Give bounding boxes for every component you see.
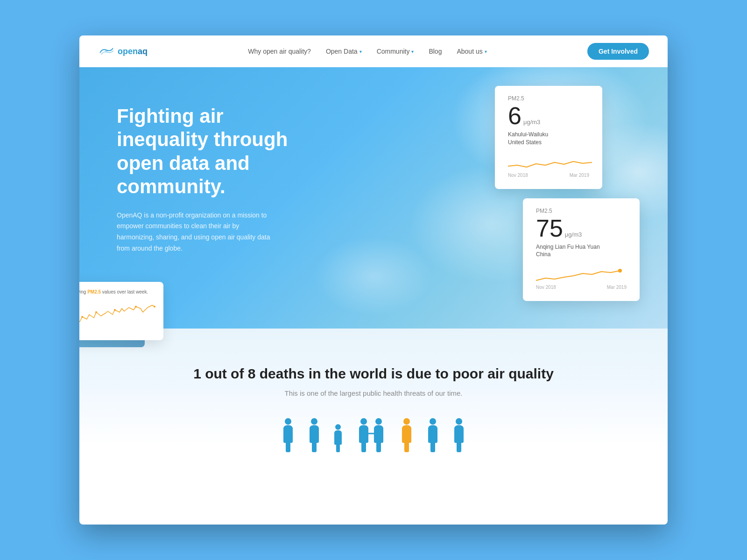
hero-title: Fighting air inequality through open dat…	[117, 105, 303, 199]
mini-chart-card: Showing PM2.5 values over last week.	[79, 282, 163, 340]
nav-link-blog[interactable]: Blog	[429, 48, 442, 55]
svg-point-0	[105, 49, 107, 52]
stat-title: 1 out of 8 deaths in the world is due to…	[98, 366, 649, 382]
svg-point-15	[456, 418, 462, 425]
svg-point-6	[154, 306, 155, 308]
person-icon-7	[450, 416, 468, 453]
pm-unit-2: μg/m3	[565, 231, 582, 238]
svg-point-7	[285, 418, 291, 425]
hero-description: OpenAQ is a non-profit organization on a…	[117, 210, 275, 254]
person-icon-2	[305, 416, 324, 453]
nav-link-about[interactable]: About us ▾	[457, 48, 486, 55]
nav-link-community[interactable]: Community ▾	[377, 48, 414, 55]
svg-point-2	[81, 316, 83, 318]
pm-label-2: PM2.5	[536, 208, 627, 214]
bottom-section: Showing PM2.5 values over last week. 1 o…	[79, 329, 668, 525]
pm-card-2: PM2.5 75 μg/m3 Anqing Lian Fu Hua Yuan C…	[523, 198, 640, 301]
chevron-down-icon: ▾	[485, 49, 487, 54]
hero-text-block: Fighting air inequality through open dat…	[117, 105, 303, 254]
person-icon-6	[423, 416, 442, 453]
person-icon-1	[279, 416, 297, 453]
logo[interactable]: openaq	[98, 45, 148, 58]
svg-point-10	[360, 418, 367, 425]
nav-links: Why open air quality? Open Data ▾ Commun…	[166, 48, 569, 55]
chevron-down-icon: ▾	[359, 49, 362, 54]
svg-point-1	[618, 269, 622, 273]
pm-value-2: 75	[536, 216, 563, 240]
pm-location-2: Anqing Lian Fu Hua Yuan China	[536, 243, 627, 259]
stat-description: This is one of the largest public health…	[98, 389, 649, 397]
chevron-down-icon: ▾	[411, 49, 414, 54]
svg-point-3	[95, 311, 97, 313]
pm-chart-2	[536, 264, 627, 283]
svg-point-9	[335, 424, 341, 430]
chart-card-title: Showing PM2.5 values over last week.	[79, 289, 156, 294]
svg-point-4	[114, 309, 116, 311]
left-cards: Showing PM2.5 values over last week.	[79, 282, 163, 340]
svg-point-8	[311, 418, 317, 425]
svg-point-5	[135, 306, 137, 308]
person-icon-3	[331, 423, 345, 453]
person-icon-family	[352, 416, 390, 453]
person-icon-highlighted	[397, 416, 416, 453]
bottom-content: 1 out of 8 deaths in the world is due to…	[79, 329, 668, 481]
nav-link-opendata[interactable]: Open Data ▾	[326, 48, 362, 55]
get-involved-button[interactable]: Get Involved	[587, 43, 649, 60]
nav-link-why[interactable]: Why open air quality?	[248, 48, 311, 55]
svg-point-11	[375, 418, 382, 425]
hero-section: Fighting air inequality through open dat…	[79, 67, 668, 329]
svg-point-14	[430, 418, 436, 425]
people-icons-row	[98, 416, 649, 453]
svg-point-13	[403, 418, 410, 425]
logo-text: openaq	[118, 47, 148, 56]
pm-chart-dates-2: Nov 2018 Mar 2019	[536, 285, 627, 290]
navbar: openaq Why open air quality? Open Data ▾…	[79, 35, 668, 67]
